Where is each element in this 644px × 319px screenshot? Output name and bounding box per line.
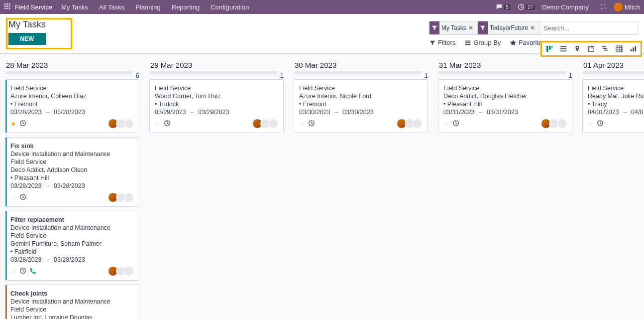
nav-planning[interactable]: Planning: [135, 3, 161, 11]
facet-remove[interactable]: ✕: [466, 24, 475, 31]
svg-rect-0: [4, 3, 6, 4]
facet-label-post: Future: [511, 24, 529, 31]
assignee-avatars[interactable]: [543, 119, 567, 129]
filters-button[interactable]: Filters: [429, 39, 455, 46]
view-switcher-highlight: [540, 41, 642, 57]
task-card[interactable]: Filter replacementDevice Installation an…: [5, 211, 139, 281]
card-project: Field Service: [10, 159, 134, 165]
card-project: Field Service: [10, 306, 134, 313]
arrow-icon: →: [189, 109, 196, 116]
clock-icon[interactable]: [19, 267, 26, 276]
svg-rect-24: [631, 49, 632, 51]
star-icon[interactable]: ☆: [10, 268, 16, 275]
clock-icon[interactable]: [19, 193, 26, 202]
column-date: 01 Apr 2023: [583, 61, 644, 69]
nav-reporting[interactable]: Reporting: [172, 3, 200, 11]
assignee-avatars[interactable]: [399, 119, 423, 129]
task-card[interactable]: Field ServiceWood Corner, Tom Ruiz• Turl…: [149, 79, 284, 133]
card-project: Field Service: [10, 232, 134, 239]
clock-icon[interactable]: [452, 120, 459, 128]
user-name[interactable]: Mitch: [625, 3, 640, 11]
card-project: Field Service: [588, 85, 644, 92]
card-dates: 03/30/2023→03/30/2023: [299, 109, 423, 116]
kanban-view-icon[interactable]: [545, 44, 554, 53]
search-input[interactable]: [539, 24, 638, 32]
assignee-avatars[interactable]: [110, 119, 134, 129]
column-date: 29 Mar 2023: [150, 61, 283, 69]
apps-icon[interactable]: [4, 3, 11, 11]
column-progress-bar: [5, 71, 133, 74]
card-dates: 04/01/2023→04/01: [588, 109, 644, 116]
column-date: 28 Mar 2023: [6, 61, 138, 69]
calendar-view-icon[interactable]: [587, 44, 596, 53]
pivot-view-icon[interactable]: [615, 44, 624, 53]
star-icon[interactable]: ☆: [10, 194, 16, 201]
search-facet-today-future: Today or Future ✕: [478, 21, 539, 34]
card-client: Azure Interior, Colleen Diaz: [10, 93, 134, 100]
user-avatar[interactable]: [614, 2, 623, 11]
nav-my-tasks[interactable]: My Tasks: [61, 3, 88, 11]
facet-remove[interactable]: ✕: [528, 24, 537, 31]
app-brand[interactable]: Field Service: [15, 3, 52, 11]
task-card[interactable]: Field ServiceAzure Interior, Nicole Ford…: [294, 79, 428, 133]
company-switcher[interactable]: Demo Company: [542, 3, 589, 11]
phone-icon[interactable]: [29, 267, 36, 276]
star-icon[interactable]: ☆: [443, 120, 449, 128]
svg-rect-20: [602, 46, 606, 47]
task-card[interactable]: Field ServiceReady Mat, Julie Rich• Trac…: [582, 79, 644, 133]
column-progress-bar: [294, 71, 422, 74]
list-view-icon[interactable]: [559, 44, 568, 53]
clock-icon[interactable]: [308, 120, 315, 128]
groupby-button[interactable]: Group By: [464, 39, 501, 46]
assignee-avatars[interactable]: [254, 119, 278, 129]
clock-icon[interactable]: [19, 120, 26, 128]
card-location: • Tracy: [588, 101, 644, 108]
card-dates: 03/29/2023→03/29/2023: [155, 109, 278, 116]
card-location: • Fremont: [299, 101, 423, 108]
task-card[interactable]: Field ServiceDeco Addict, Douglas Fletch…: [438, 79, 572, 133]
assignee-avatars[interactable]: [110, 192, 134, 202]
card-stripe: [5, 80, 7, 133]
column-count: 1: [569, 72, 572, 79]
graph-view-icon[interactable]: [629, 44, 638, 53]
card-dates: 03/28/2023→03/28/2023: [10, 182, 134, 189]
arrow-icon: →: [478, 109, 484, 116]
svg-rect-14: [549, 46, 551, 50]
assignee-avatars[interactable]: [110, 266, 134, 276]
task-card[interactable]: Field ServiceAzure Interior, Colleen Dia…: [5, 79, 139, 133]
star-icon[interactable]: ☆: [155, 120, 161, 128]
card-project: Field Service: [299, 85, 423, 92]
star-icon[interactable]: ☆: [299, 120, 305, 128]
svg-rect-25: [633, 47, 634, 51]
star-icon[interactable]: ★: [10, 120, 16, 128]
activity-icon[interactable]: 27: [518, 3, 535, 10]
card-client: Ready Mat, Julie Rich: [588, 93, 644, 100]
new-button[interactable]: NEW: [8, 33, 46, 45]
star-icon[interactable]: ☆: [588, 120, 594, 128]
clock-icon[interactable]: [164, 120, 171, 128]
avatar: [124, 119, 134, 129]
card-title: Filter replacement: [10, 216, 134, 223]
search-facet-my-tasks: My Tasks ✕: [429, 21, 478, 34]
nav-all-tasks[interactable]: All Tasks: [99, 3, 124, 11]
settings-icon[interactable]: [600, 3, 607, 11]
clock-icon[interactable]: [597, 120, 604, 128]
arrow-icon: →: [622, 109, 629, 116]
task-card[interactable]: Fix sinkDevice Installation and Maintena…: [5, 137, 139, 207]
svg-rect-15: [551, 46, 552, 48]
map-view-icon[interactable]: [573, 44, 582, 53]
avatar: [268, 119, 278, 129]
task-card[interactable]: Check jointsDevice Installation and Main…: [5, 285, 139, 319]
svg-rect-12: [465, 44, 471, 45]
filter-icon: [478, 21, 488, 34]
column-count: 6: [136, 72, 139, 79]
kanban-column: 31 Mar 2023 1 Field ServiceDeco Addict, …: [433, 54, 577, 319]
gantt-view-icon[interactable]: [601, 44, 610, 53]
page-title: My Tasks: [8, 19, 46, 30]
kanban-column: 29 Mar 2023 1 Field ServiceWood Corner, …: [144, 54, 289, 319]
nav-configuration[interactable]: Configuration: [211, 3, 249, 11]
column-count: 1: [280, 72, 284, 79]
card-dates: 03/28/2023→03/28/2023: [10, 256, 134, 263]
chat-icon[interactable]: 5: [496, 3, 511, 10]
card-client: Deco Addict, Addison Olson: [10, 166, 134, 173]
